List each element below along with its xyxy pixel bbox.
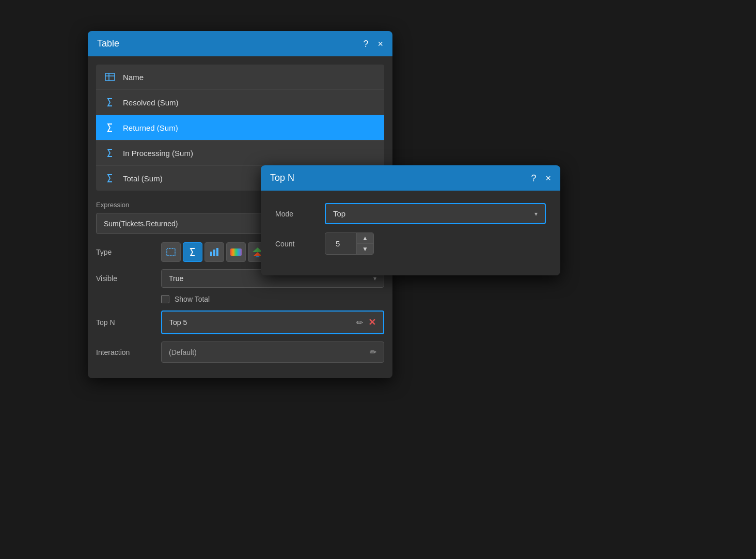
sigma-icon-resolved xyxy=(104,97,116,108)
topn-row: Top N Top 5 ✏ ✕ xyxy=(96,310,384,334)
table-help-button[interactable]: ? xyxy=(363,39,368,49)
table-icon xyxy=(104,71,116,83)
type-btn-bars[interactable] xyxy=(204,242,224,262)
topn-close-button[interactable]: × xyxy=(545,174,551,183)
mode-chevron-icon: ▾ xyxy=(534,210,538,218)
interaction-value: (Default) xyxy=(169,348,197,356)
topn-clear-icon[interactable]: ✕ xyxy=(368,317,376,328)
field-item-in-processing[interactable]: In Processing (Sum) xyxy=(96,141,384,166)
sigma-icon-processing xyxy=(104,147,116,159)
mode-value: Top xyxy=(333,209,345,218)
interaction-row: Interaction (Default) ✏ xyxy=(96,341,384,363)
table-header-actions: ? × xyxy=(363,39,383,49)
interaction-label: Interaction xyxy=(96,348,153,356)
topn-header-actions: ? × xyxy=(531,174,551,183)
topn-dialog-body: Mode Top ▾ Count 5 ▲ ▼ xyxy=(261,191,560,275)
count-label: Count xyxy=(275,240,317,248)
topn-actions: ✏ ✕ xyxy=(356,317,376,328)
field-name-label: Name xyxy=(123,73,144,82)
type-btn-table[interactable] xyxy=(161,242,181,262)
mode-label: Mode xyxy=(275,210,317,218)
show-total-checkbox[interactable] xyxy=(161,295,169,303)
topn-dialog-header: Top N ? × xyxy=(261,165,560,191)
visible-label: Visible xyxy=(96,274,153,283)
table-close-button[interactable]: × xyxy=(377,39,383,49)
spinner-down-button[interactable]: ▼ xyxy=(357,244,373,254)
svg-marker-9 xyxy=(255,256,261,257)
field-item-name[interactable]: Name xyxy=(96,65,384,90)
svg-rect-6 xyxy=(216,248,218,256)
mode-row: Mode Top ▾ xyxy=(275,203,546,224)
topn-value: Top 5 xyxy=(169,318,187,327)
field-total-label: Total (Sum) xyxy=(123,174,163,183)
table-dialog-title: Table xyxy=(97,38,119,49)
count-spinner: 5 ▲ ▼ xyxy=(325,232,374,255)
interaction-field[interactable]: (Default) ✏ xyxy=(161,341,384,363)
visible-select-value: True xyxy=(169,274,183,283)
svg-rect-4 xyxy=(210,252,212,256)
type-label: Type xyxy=(96,248,153,256)
sigma-icon-total xyxy=(104,173,116,184)
visible-chevron-icon: ▾ xyxy=(373,275,376,282)
svg-rect-3 xyxy=(167,249,175,256)
type-btn-sigma[interactable] xyxy=(183,242,202,262)
topn-dialog-title: Top N xyxy=(270,173,294,183)
sigma-icon-returned xyxy=(104,122,116,133)
field-resolved-label: Resolved (Sum) xyxy=(123,98,179,107)
topn-help-button[interactable]: ? xyxy=(531,174,536,183)
topn-edit-icon[interactable]: ✏ xyxy=(356,318,363,328)
expression-value: Sum(Tickets.Returned) xyxy=(104,220,178,228)
spinner-up-button[interactable]: ▲ xyxy=(357,233,373,244)
field-item-resolved[interactable]: Resolved (Sum) xyxy=(96,90,384,115)
count-row: Count 5 ▲ ▼ xyxy=(275,232,546,255)
type-btn-color[interactable] xyxy=(226,242,246,262)
topn-label: Top N xyxy=(96,318,153,327)
show-total-row: Show Total xyxy=(161,295,384,303)
field-in-processing-label: In Processing (Sum) xyxy=(123,149,193,158)
field-item-returned[interactable]: Returned (Sum) xyxy=(96,115,384,141)
interaction-edit-icon[interactable]: ✏ xyxy=(370,347,376,357)
topn-dialog: Top N ? × Mode Top ▾ Count 5 ▲ ▼ xyxy=(261,165,560,275)
show-total-label: Show Total xyxy=(175,295,210,303)
topn-field[interactable]: Top 5 ✏ ✕ xyxy=(161,310,384,334)
count-value: 5 xyxy=(325,234,356,253)
svg-rect-0 xyxy=(105,73,115,81)
field-returned-label: Returned (Sum) xyxy=(123,123,178,132)
svg-rect-5 xyxy=(213,250,215,256)
mode-select[interactable]: Top ▾ xyxy=(325,203,546,224)
table-dialog-header: Table ? × xyxy=(88,31,392,56)
spinner-buttons: ▲ ▼ xyxy=(356,233,373,254)
